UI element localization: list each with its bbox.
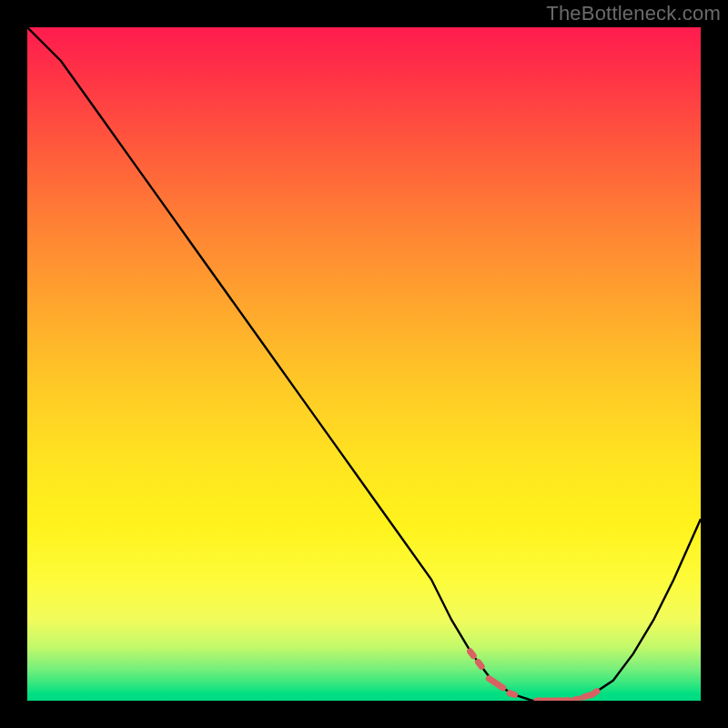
bottleneck-curve [27, 27, 701, 701]
chart-container: TheBottleneck.com [0, 0, 728, 728]
plot-area [27, 27, 701, 701]
dot-segment [479, 662, 482, 667]
watermark-text: TheBottleneck.com [546, 2, 721, 25]
min-region-dots [470, 652, 597, 701]
dot-segment [497, 684, 503, 688]
dot-segment [592, 692, 597, 695]
dot-segment [489, 679, 495, 682]
dot-segment [583, 695, 590, 697]
dot-segment [510, 693, 515, 695]
dot-segment [573, 699, 578, 701]
dot-segment [470, 652, 474, 656]
curve-layer [27, 27, 701, 701]
